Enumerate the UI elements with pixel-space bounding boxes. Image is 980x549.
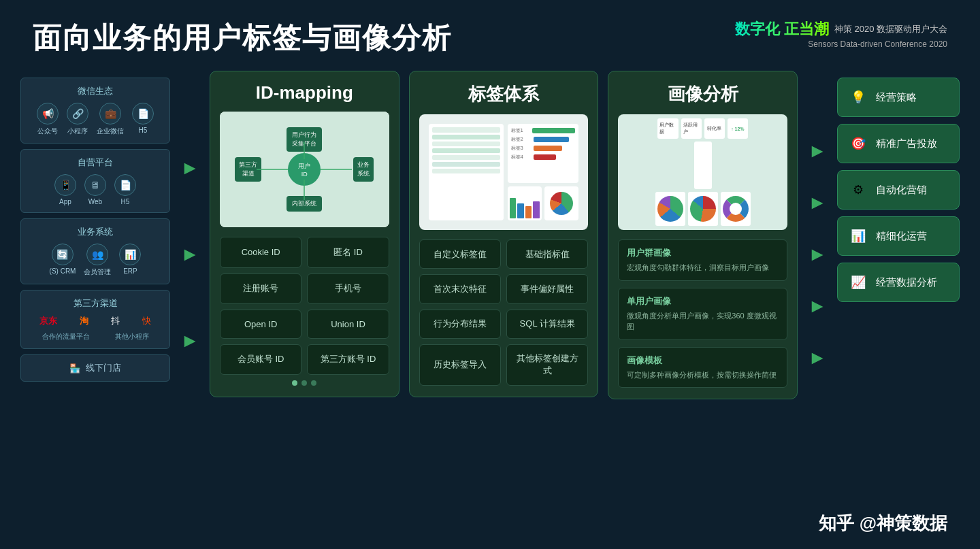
tag-preview-inner: 标签1 标签2 标签3 标签4 bbox=[425, 120, 583, 224]
h5-self-icon: 📄 bbox=[114, 174, 136, 196]
brand-dy: 抖 bbox=[111, 315, 120, 327]
arrow-col-1: ► ► ► bbox=[180, 125, 200, 384]
arrow-6: ► bbox=[808, 244, 827, 265]
source-item-web: 🖥 Web bbox=[84, 174, 106, 205]
arrow-4: ► bbox=[808, 140, 827, 162]
feature-sql-result: SQL 计算结果 bbox=[506, 310, 588, 339]
erp-icon: 📊 bbox=[119, 244, 141, 265]
id-mapping-title: ID-mapping bbox=[220, 82, 389, 103]
strategy-icon: 💡 bbox=[847, 86, 869, 108]
page-title: 面向业务的用户标签与画像分析 bbox=[33, 19, 452, 57]
outcome-ops[interactable]: 📊 精细化运营 bbox=[837, 216, 960, 256]
id-diagram-lines bbox=[229, 122, 379, 217]
source-item-qywechat: 💼 企业微信 bbox=[97, 103, 124, 136]
source-item-miniapp: 🔗 小程序 bbox=[67, 103, 88, 136]
tag-system-preview: 标签1 标签2 标签3 标签4 bbox=[419, 114, 589, 230]
tag-charts: 标签1 标签2 标签3 标签4 bbox=[508, 124, 579, 220]
feature-basic-metric: 基础指标值 bbox=[506, 239, 588, 269]
wechat-box: 微信生态 📢 公众号 🔗 小程序 💼 企业微信 📄 H5 bbox=[20, 78, 170, 144]
feature-other-tag: 其他标签创建方式 bbox=[506, 344, 588, 386]
source-item-erp: 📊 ERP bbox=[119, 244, 141, 277]
analytics-icon: 📈 bbox=[847, 271, 869, 293]
outcome-ads[interactable]: 🎯 精准广告投放 bbox=[837, 124, 960, 163]
portrait-single: 单用户画像 微观角度分析单用户画像，实现360 度微观视图 bbox=[618, 288, 787, 340]
dot-2 bbox=[301, 380, 307, 386]
feature-behavior-dist: 行为分布结果 bbox=[419, 310, 501, 339]
outcome-analytics[interactable]: 📈 经营数据分析 bbox=[837, 263, 960, 302]
footer: 知乎 @神策数据 bbox=[819, 512, 947, 535]
self-icons: 📱 App 🖥 Web 📄 H5 bbox=[29, 174, 161, 205]
id-mapping-features: Cookie ID 匿名 ID 注册账号 手机号 Open ID Union I… bbox=[220, 237, 389, 375]
tag-features: 自定义标签值 基础指标值 首次末次特征 事件偏好属性 行为分布结果 SQL 计算… bbox=[419, 239, 589, 386]
main-content: 微信生态 📢 公众号 🔗 小程序 💼 企业微信 📄 H5 bbox=[0, 64, 980, 486]
source-item-gongzhonghao: 📢 公众号 bbox=[37, 103, 59, 136]
third-sub2: 其他小程序 bbox=[115, 332, 149, 342]
portrait-single-desc: 微观角度分析单用户画像，实现360 度微观视图 bbox=[627, 310, 779, 333]
source-item-crm: 🔄 (S) CRM bbox=[50, 244, 76, 277]
ads-label: 精准广告投放 bbox=[876, 137, 937, 150]
third-party-box: 第三方渠道 京东 淘 抖 快 合作的流量平台 其他小程序 bbox=[20, 290, 170, 349]
id-map-diagram: 用户行为采集平台 第三方渠道 用户ID 业务系统 内部系统 bbox=[220, 112, 389, 227]
feature-cookie-id: Cookie ID bbox=[220, 237, 301, 268]
conf-sub: Sensors Data-driven Conference 2020 bbox=[808, 39, 947, 49]
tag-bar-chart: 标签1 标签2 标签3 标签4 bbox=[508, 124, 579, 183]
brand-ks: 快 bbox=[142, 315, 151, 327]
feature-custom-tag: 自定义标签值 bbox=[419, 239, 501, 269]
third-sub1: 合作的流量平台 bbox=[42, 332, 90, 342]
source-item-app: 📱 App bbox=[54, 174, 76, 205]
tag-system-section: 标签体系 标签1 bbox=[409, 71, 599, 397]
portrait-template-desc: 可定制多种画像分析模板，按需切换操作简便 bbox=[627, 369, 779, 381]
arrow-7: ► bbox=[808, 295, 827, 317]
id-mapping-preview: 用户行为采集平台 第三方渠道 用户ID 业务系统 内部系统 bbox=[220, 112, 389, 227]
arrow-1: ► bbox=[180, 157, 199, 179]
portrait-section: 画像分析 用户数据 活跃用户 转化率 ↑ 12% bbox=[608, 71, 798, 399]
business-icons: 🔄 (S) CRM 👥 会员管理 📊 ERP bbox=[29, 244, 161, 277]
id-mapping-dots bbox=[220, 380, 389, 386]
tag-mini-charts bbox=[508, 186, 579, 220]
third-party-title: 第三方渠道 bbox=[29, 297, 161, 310]
conf-logo: 数字化 正当潮 bbox=[735, 19, 829, 39]
ads-icon: 🎯 bbox=[847, 133, 869, 154]
feature-member-id: 会员账号 ID bbox=[220, 344, 301, 376]
feature-register: 注册账号 bbox=[220, 273, 301, 305]
ops-label: 精细化运营 bbox=[876, 230, 927, 243]
web-icon: 🖥 bbox=[84, 174, 106, 196]
id-mapping-section: ID-mapping 用户行为采集平台 第三方渠道 用户ID 业务系统 内部系统 bbox=[210, 71, 399, 397]
analytics-label: 经营数据分析 bbox=[876, 276, 937, 289]
portrait-title: 画像分析 bbox=[618, 82, 787, 106]
tag-system-title: 标签体系 bbox=[419, 82, 589, 106]
member-icon: 👥 bbox=[86, 244, 108, 265]
self-operated-box: 自营平台 📱 App 🖥 Web 📄 H5 bbox=[20, 149, 170, 213]
conf-name-inline: 神策 2020 数据驱动用户大会 bbox=[834, 23, 947, 35]
wechat-title: 微信生态 bbox=[29, 85, 161, 97]
portrait-group: 用户群画像 宏观角度勾勒群体特征，洞察目标用户画像 bbox=[618, 239, 787, 281]
strategy-label: 经营策略 bbox=[876, 91, 917, 104]
ops-icon: 📊 bbox=[847, 225, 869, 247]
outcome-automation[interactable]: ⚙ 自动化营销 bbox=[837, 170, 960, 210]
brand-tb: 淘 bbox=[80, 315, 88, 327]
feature-open-id: Open ID bbox=[220, 310, 301, 339]
left-panel: 微信生态 📢 公众号 🔗 小程序 💼 企业微信 📄 H5 bbox=[20, 78, 170, 382]
conference-badge: 数字化 正当潮 神策 2020 数据驱动用户大会 Sensors Data-dr… bbox=[735, 19, 947, 49]
source-item-h5-self: 📄 H5 bbox=[114, 174, 136, 205]
feature-phone: 手机号 bbox=[307, 273, 389, 305]
footer-text: 知乎 @神策数据 bbox=[819, 513, 947, 533]
offline-icon: 🏪 bbox=[69, 363, 80, 373]
arrow-col-2: ► ► ► ► ► bbox=[807, 125, 828, 384]
arrow-3: ► bbox=[180, 330, 199, 352]
automation-label: 自动化营销 bbox=[876, 184, 927, 197]
miniapp-icon: 🔗 bbox=[67, 103, 88, 124]
feature-history-tag: 历史标签导入 bbox=[419, 344, 501, 386]
outcome-strategy[interactable]: 💡 经营策略 bbox=[837, 78, 960, 117]
feature-union-id: Union ID bbox=[307, 310, 389, 339]
feature-first-last: 首次末次特征 bbox=[419, 274, 501, 303]
dot-3 bbox=[311, 380, 316, 386]
portrait-template: 画像模板 可定制多种画像分析模板，按需切换操作简便 bbox=[618, 347, 787, 388]
arrow-5: ► bbox=[808, 192, 827, 214]
id-diagram: 用户行为采集平台 第三方渠道 用户ID 业务系统 内部系统 bbox=[229, 122, 379, 217]
business-box: 业务系统 🔄 (S) CRM 👥 会员管理 📊 ERP bbox=[20, 218, 170, 284]
source-item-member: 👥 会员管理 bbox=[84, 244, 111, 277]
wechat-icons: 📢 公众号 🔗 小程序 💼 企业微信 📄 H5 bbox=[29, 103, 161, 136]
dot-1 bbox=[292, 380, 297, 386]
feature-event-pref: 事件偏好属性 bbox=[506, 274, 588, 303]
